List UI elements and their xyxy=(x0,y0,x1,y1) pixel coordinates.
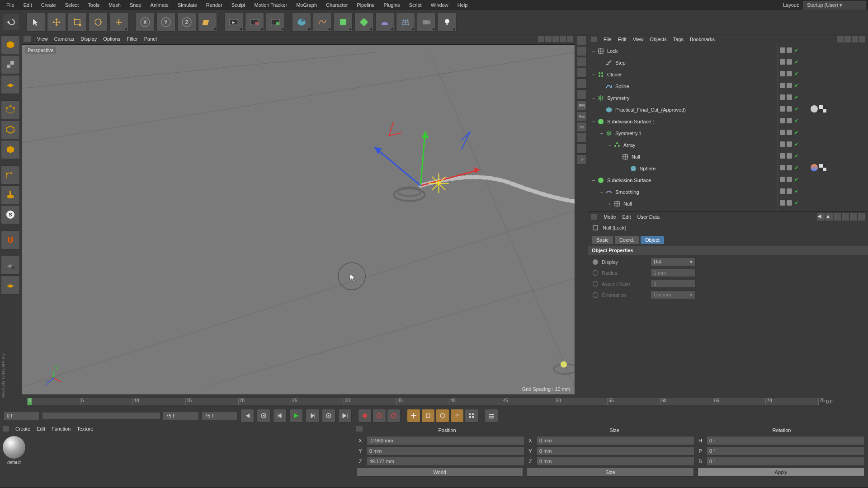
menu-character[interactable]: Character xyxy=(321,0,352,9)
render-pv[interactable] xyxy=(245,13,264,32)
camera[interactable] xyxy=(417,13,436,32)
layer-dot[interactable] xyxy=(787,165,792,170)
tree-row-null[interactable]: + Null xyxy=(588,198,778,210)
layer-dot[interactable] xyxy=(780,47,785,53)
tree-row-symmetry-1[interactable]: − Symmetry.1 xyxy=(588,127,778,139)
attr-tab-basic[interactable]: Basic xyxy=(592,236,613,244)
rot-h-input[interactable] xyxy=(706,436,864,445)
menu-create[interactable]: Create xyxy=(37,0,61,9)
attr-menu-user-data[interactable]: User Data xyxy=(637,214,660,220)
play-button[interactable] xyxy=(289,409,303,422)
next-key-button[interactable] xyxy=(322,409,335,422)
enable-check[interactable]: ✔ xyxy=(793,59,799,65)
goto-end-button[interactable] xyxy=(338,409,352,422)
size-x-input[interactable] xyxy=(536,436,694,445)
enable-check[interactable]: ✔ xyxy=(793,71,799,76)
view-menu-cameras[interactable]: Cameras xyxy=(54,36,75,42)
expand-icon[interactable] xyxy=(599,107,604,113)
layer-dot[interactable] xyxy=(787,47,792,53)
menu-help[interactable]: Help xyxy=(453,0,472,9)
end-frame-input[interactable] xyxy=(163,411,199,420)
tree-row-smoothing[interactable]: − Smoothing xyxy=(588,186,778,198)
attr-up-icon[interactable]: ▲ xyxy=(826,213,833,221)
key-param-button[interactable]: P xyxy=(450,409,464,422)
pos-z-input[interactable] xyxy=(366,457,524,466)
layout-select[interactable]: Startup (User) ▾ xyxy=(803,1,866,9)
rot-b-input[interactable] xyxy=(706,457,864,466)
expand-icon[interactable]: − xyxy=(591,178,596,183)
material-name[interactable]: default xyxy=(7,460,21,465)
model-mode[interactable] xyxy=(1,35,20,54)
enable-check[interactable]: ✔ xyxy=(793,47,799,53)
enable-check[interactable]: ✔ xyxy=(793,130,799,135)
mat-menu-function[interactable]: Function xyxy=(52,426,71,432)
rt-btn-2[interactable] xyxy=(577,57,587,67)
rot-p-input[interactable] xyxy=(706,446,864,455)
coord-system[interactable] xyxy=(198,13,217,32)
obj-menu-tags[interactable]: Tags xyxy=(673,37,684,42)
grid[interactable] xyxy=(396,13,415,32)
enable-check[interactable]: ✔ xyxy=(793,83,799,88)
layer-dot[interactable] xyxy=(787,106,792,112)
om-search-icon[interactable] xyxy=(837,36,844,42)
texture-tag[interactable] xyxy=(819,105,826,113)
layer-dot[interactable] xyxy=(787,177,792,182)
z-axis-lock[interactable]: Z xyxy=(177,13,196,32)
view-nav-icon[interactable] xyxy=(538,36,544,42)
rt-btn-4[interactable] xyxy=(577,79,587,89)
layer-dot[interactable] xyxy=(780,188,785,194)
menu-render[interactable]: Render xyxy=(202,0,227,9)
environment[interactable] xyxy=(375,13,394,32)
mat-menu-create[interactable]: Create xyxy=(15,426,30,432)
menu-snap[interactable]: Snap xyxy=(125,0,146,9)
menu-script[interactable]: Script xyxy=(405,0,426,9)
layer-dot[interactable] xyxy=(787,83,792,88)
expand-icon[interactable] xyxy=(599,60,604,66)
enable-check[interactable]: ✔ xyxy=(793,200,799,206)
attr-new-icon[interactable] xyxy=(850,213,857,221)
expand-icon[interactable]: − xyxy=(591,95,596,101)
view-menu-options[interactable]: Options xyxy=(103,36,120,42)
tree-row-sphere[interactable]: Sphere xyxy=(588,163,778,174)
om-eye-icon[interactable] xyxy=(852,36,858,42)
menu-animate[interactable]: Animate xyxy=(146,0,173,9)
obj-menu-objects[interactable]: Objects xyxy=(650,37,666,42)
tree-row-symmetry[interactable]: − Symmetry xyxy=(588,92,778,104)
menu-mograph[interactable]: MoGraph xyxy=(292,0,321,9)
menu-plugins[interactable]: Plugins xyxy=(379,0,404,9)
rt-btn-5[interactable] xyxy=(577,89,587,99)
menu-tools[interactable]: Tools xyxy=(83,0,104,9)
tree-row-subdivision-surface-1[interactable]: − Subdivision Surface.1 xyxy=(588,116,778,127)
start-frame-input[interactable] xyxy=(4,411,40,420)
rt-btn-0[interactable] xyxy=(577,35,587,45)
layer-dot[interactable] xyxy=(787,118,792,123)
enable-check[interactable]: ✔ xyxy=(793,94,799,100)
menu-motion-tracker[interactable]: Motion Tracker xyxy=(250,0,292,9)
rt-btn-6[interactable]: IPR xyxy=(577,100,587,110)
expand-icon[interactable]: − xyxy=(591,48,596,54)
obj-menu-bookmarks[interactable]: Bookmarks xyxy=(690,37,715,42)
attr-menu-edit[interactable]: Edit xyxy=(623,214,631,220)
menu-file[interactable]: File xyxy=(2,0,19,9)
material-preview[interactable] xyxy=(3,436,25,459)
layer-dot[interactable] xyxy=(787,59,792,65)
layer-dot[interactable] xyxy=(787,94,792,100)
layer-dot[interactable] xyxy=(780,141,785,147)
layer-dot[interactable] xyxy=(780,106,785,112)
workplane-align[interactable] xyxy=(1,276,20,295)
size-y-input[interactable] xyxy=(536,446,694,455)
expand-icon[interactable]: + xyxy=(607,201,613,206)
tree-row-step[interactable]: Step xyxy=(588,57,778,69)
rt-btn-11[interactable]: ? xyxy=(577,155,587,164)
expand-icon[interactable]: − xyxy=(599,189,604,195)
generator[interactable] xyxy=(334,13,353,32)
edge-mode[interactable] xyxy=(1,120,20,139)
coord-apply-button[interactable]: Apply xyxy=(698,468,864,477)
layer-dot[interactable] xyxy=(787,153,792,159)
expand-icon[interactable] xyxy=(623,166,629,171)
workplane-lock[interactable] xyxy=(1,256,20,275)
tree-row-spline[interactable]: Spline xyxy=(588,80,778,92)
rt-btn-3[interactable] xyxy=(577,68,587,78)
expand-icon[interactable] xyxy=(599,84,604,89)
undo-button[interactable] xyxy=(3,14,19,30)
